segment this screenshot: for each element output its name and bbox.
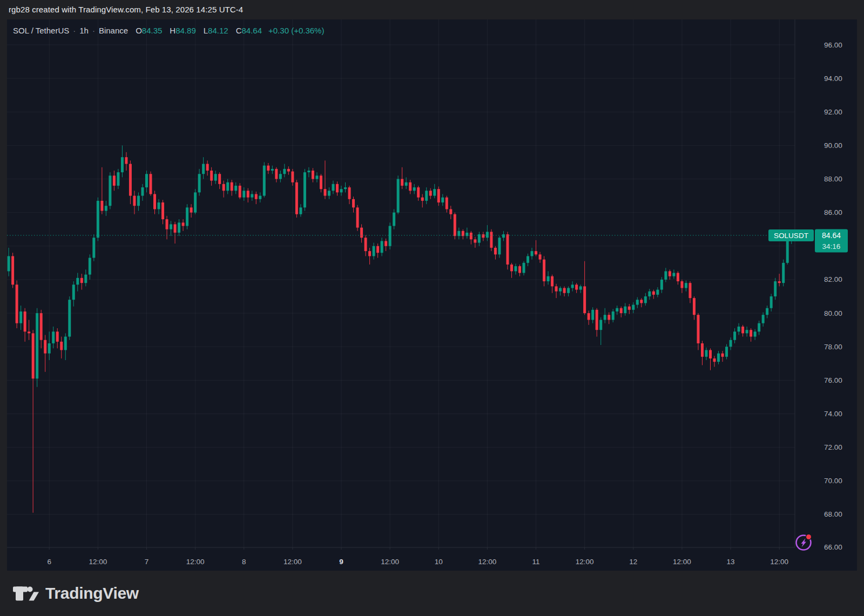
candle-body: [291, 172, 294, 182]
candle-body: [32, 333, 35, 378]
candle-body: [153, 194, 156, 209]
price-axis-label: 78.00: [824, 343, 842, 351]
candle-body: [608, 315, 610, 320]
time-axis-label: 13: [727, 558, 735, 566]
candle-body: [750, 330, 752, 336]
price-axis-label: 72.00: [824, 443, 842, 451]
candle-body: [738, 327, 740, 331]
header-bar: rgb28 created with TradingView.com, Feb …: [0, 0, 864, 19]
price-axis-label: 86.00: [824, 208, 842, 216]
candle-body: [182, 222, 185, 226]
time-axis-label: 12: [629, 558, 637, 566]
candle-body: [141, 187, 144, 196]
ohlc-open-value: 84.35: [142, 26, 163, 35]
tradingview-snapshot: rgb28 created with TradingView.com, Feb …: [0, 0, 864, 616]
candle-body: [242, 191, 245, 197]
candle-body: [214, 174, 217, 180]
candle-body: [746, 330, 748, 333]
candlestick-chart[interactable]: 96.0094.0092.0090.0088.0086.0084.0082.00…: [7, 19, 857, 571]
candle-body: [356, 207, 359, 227]
candle-body: [559, 288, 562, 291]
candle-body: [279, 174, 282, 179]
candle-body: [588, 313, 590, 320]
legend-interval[interactable]: 1h: [79, 26, 89, 35]
candle-body: [697, 315, 699, 343]
legend-separator: ·: [73, 26, 76, 35]
candle-body: [178, 222, 180, 233]
candle-body: [202, 164, 205, 174]
candle-body: [40, 313, 43, 340]
candle-body: [563, 288, 566, 293]
candle-body: [688, 283, 691, 298]
candle-body: [782, 263, 785, 283]
symbol-legend[interactable]: SOL / TetherUS·1h·BinanceO84.35H84.89L84…: [13, 26, 324, 35]
candle-body: [397, 179, 400, 213]
candle-body: [303, 172, 306, 207]
candle-body: [766, 308, 768, 315]
candle-body: [158, 202, 160, 209]
candle-body: [186, 207, 188, 226]
candle-body: [16, 285, 18, 323]
tradingview-wordmark: TradingView: [45, 584, 139, 603]
candle-body: [11, 256, 14, 285]
time-axis-label: 7: [145, 558, 149, 566]
candle-body: [218, 174, 221, 184]
candle-body: [713, 358, 716, 362]
candle-body: [620, 308, 623, 313]
candle-body: [526, 256, 529, 262]
candle-body: [24, 312, 26, 331]
candle-body: [482, 234, 484, 238]
candle-body: [263, 166, 266, 196]
price-axis-label: 90.00: [824, 141, 842, 150]
candle-body: [231, 182, 233, 191]
candle-body: [251, 194, 253, 197]
candle-body: [210, 171, 213, 181]
candle-body: [315, 175, 318, 179]
candle-body: [612, 312, 615, 320]
candle-body: [571, 285, 574, 288]
time-axis-label: 12:00: [576, 558, 594, 566]
candle-body: [226, 182, 229, 191]
time-axis-label: 8: [242, 558, 246, 566]
chart-background: [7, 19, 857, 571]
candle-body: [312, 171, 314, 179]
candle-body: [234, 186, 237, 191]
ohlc-high-value: 84.89: [176, 26, 196, 35]
candle-body: [454, 214, 456, 236]
candle-body: [730, 340, 732, 347]
candle-body: [19, 312, 22, 323]
candle-body: [364, 238, 367, 251]
legend-symbol[interactable]: SOL / TetherUS: [13, 26, 69, 35]
candle-body: [109, 175, 111, 206]
candle-body: [190, 207, 193, 212]
candle-body: [474, 239, 476, 242]
candle-body: [137, 196, 140, 206]
candle-body: [786, 240, 789, 263]
candle-body: [583, 286, 586, 313]
candle-body: [255, 194, 258, 199]
chart-panel[interactable]: SOL / TetherUS·1h·BinanceO84.35H84.89L84…: [7, 19, 857, 571]
candle-body: [770, 296, 773, 308]
candle-body: [360, 228, 363, 238]
candle-body: [129, 164, 132, 196]
price-axis-label: 76.00: [824, 376, 842, 384]
candle-body: [672, 273, 675, 276]
time-axis-label: 9: [339, 558, 343, 566]
tradingview-logomark: [13, 586, 39, 601]
candle-body: [405, 182, 408, 186]
candle-body: [522, 263, 525, 273]
candle-body: [680, 281, 683, 288]
candle-body: [174, 224, 177, 233]
candle-body: [275, 169, 278, 179]
candle-body: [8, 256, 10, 271]
candle-body: [705, 350, 707, 356]
candle-body: [470, 233, 473, 239]
candle-body: [28, 331, 30, 333]
candle-body: [161, 202, 164, 219]
tradingview-logo[interactable]: TradingView: [13, 584, 139, 603]
candle-body: [575, 285, 578, 289]
candle-body: [247, 191, 249, 197]
candle-body: [644, 296, 647, 303]
price-axis-label: 74.00: [824, 410, 842, 418]
candle-body: [76, 278, 79, 285]
